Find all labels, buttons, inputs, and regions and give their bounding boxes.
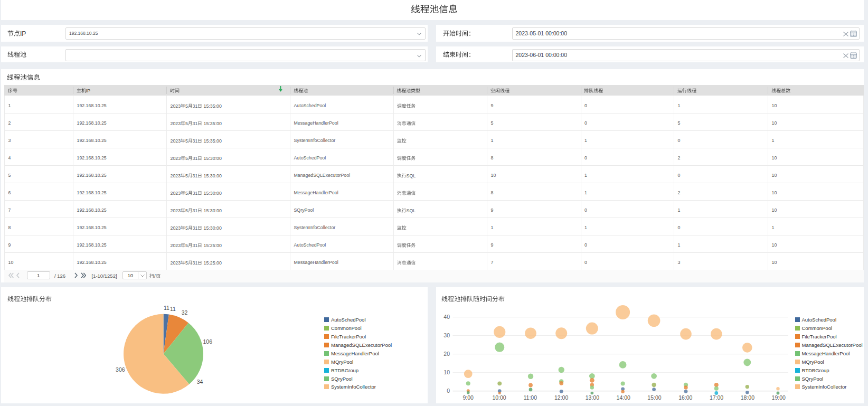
svg-text:306: 306 [116, 366, 125, 372]
svg-text:19:00: 19:00 [771, 395, 785, 401]
svg-text:11: 11 [170, 306, 176, 311]
svg-text:32: 32 [182, 310, 188, 316]
svg-text:12:00: 12:00 [554, 395, 568, 401]
svg-text:10: 10 [444, 370, 450, 375]
svg-text:16:00: 16:00 [678, 395, 692, 401]
svg-text:34: 34 [197, 379, 203, 384]
svg-text:10:00: 10:00 [492, 395, 506, 401]
svg-text:17:00: 17:00 [709, 395, 723, 401]
svg-text:18:00: 18:00 [740, 395, 754, 401]
svg-text:9:00: 9:00 [463, 395, 474, 401]
svg-text:40: 40 [444, 314, 450, 320]
svg-text:13:00: 13:00 [585, 395, 599, 401]
svg-text:106: 106 [203, 338, 213, 344]
svg-text:14:00: 14:00 [616, 395, 630, 401]
svg-text:15:00: 15:00 [647, 395, 661, 401]
svg-text:30: 30 [444, 333, 450, 338]
svg-text:11:00: 11:00 [523, 395, 537, 401]
svg-text:11: 11 [164, 305, 169, 311]
svg-text:0: 0 [447, 388, 450, 394]
svg-text:20: 20 [444, 351, 450, 357]
